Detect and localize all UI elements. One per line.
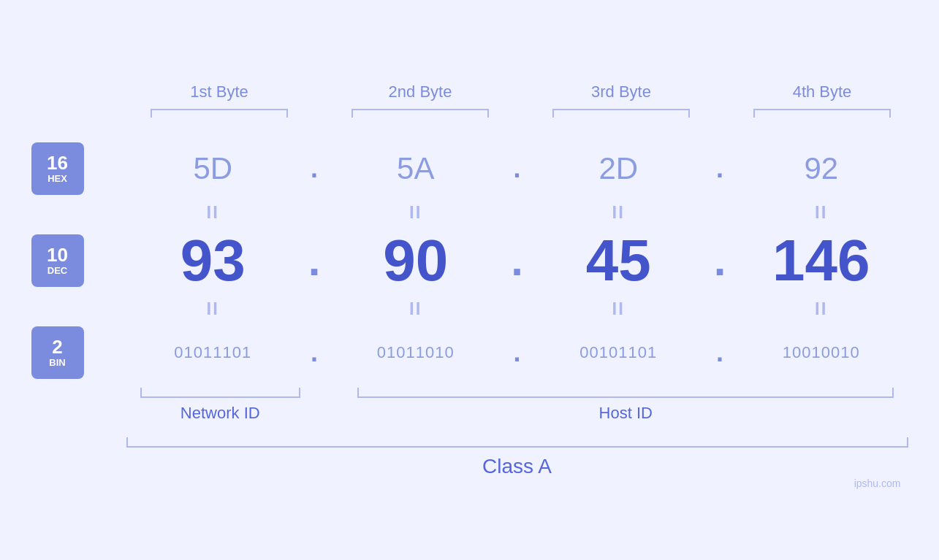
dec-byte4: 146	[772, 227, 870, 294]
dot-1: .	[300, 153, 329, 184]
dec-byte3: 45	[586, 227, 651, 294]
hex-byte2: 5A	[397, 151, 434, 186]
eq-8: II	[734, 299, 908, 319]
dot-dec-2: .	[503, 235, 532, 285]
hex-badge: 16 HEX	[31, 142, 84, 195]
dot-bin-3: .	[705, 337, 734, 368]
byte-1-header: 1st Byte	[134, 83, 305, 101]
bin-byte1: 01011101	[174, 343, 251, 362]
dec-byte2: 90	[383, 227, 448, 294]
class-a-label: Class A	[126, 455, 908, 478]
bin-byte4: 10010010	[783, 343, 860, 362]
bin-byte3: 00101101	[579, 343, 657, 362]
hex-byte1: 5D	[193, 151, 232, 186]
eq-1: II	[126, 202, 300, 223]
dot-3: .	[705, 153, 734, 184]
dec-byte1: 93	[180, 227, 246, 294]
bin-badge: 2 BIN	[31, 326, 84, 379]
watermark: ipshu.com	[854, 477, 901, 489]
byte-4-header: 4th Byte	[737, 83, 908, 101]
hex-byte4: 92	[804, 151, 838, 186]
eq-3: II	[532, 202, 706, 223]
dot-dec-1: .	[300, 235, 329, 285]
hex-byte3: 2D	[598, 151, 638, 186]
dot-bin-1: .	[300, 337, 329, 368]
byte-3-header: 3rd Byte	[536, 83, 707, 101]
dot-bin-2: .	[503, 337, 532, 368]
network-id-label: Network ID	[180, 404, 260, 423]
bin-byte2: 01011010	[377, 343, 455, 362]
eq-7: II	[532, 299, 706, 319]
eq-5: II	[126, 299, 300, 319]
dec-badge: 10 DEC	[31, 234, 84, 287]
eq-4: II	[734, 202, 908, 223]
class-bracket	[126, 437, 908, 448]
byte-2-header: 2nd Byte	[335, 83, 506, 101]
dot-dec-3: .	[705, 235, 734, 285]
host-id-label: Host ID	[599, 404, 653, 423]
eq-6: II	[329, 299, 503, 319]
eq-2: II	[329, 202, 503, 223]
dot-2: .	[503, 153, 532, 184]
